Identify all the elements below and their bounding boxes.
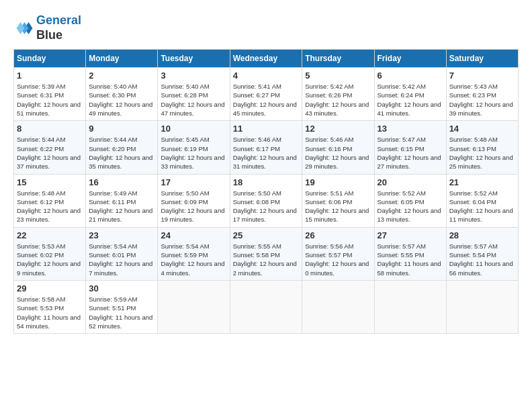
calendar-day-1: 1 Sunrise: 5:39 AM Sunset: 6:31 PM Dayli… (14, 68, 86, 121)
day-info: Sunrise: 5:49 AM Sunset: 6:11 PM Dayligh… (89, 189, 154, 224)
day-number: 24 (161, 230, 226, 240)
calendar-day-2: 2 Sunrise: 5:40 AM Sunset: 6:30 PM Dayli… (86, 68, 158, 121)
calendar-day-16: 16 Sunrise: 5:49 AM Sunset: 6:11 PM Dayl… (86, 174, 158, 227)
day-number: 15 (17, 177, 83, 187)
calendar-day-6: 6 Sunrise: 5:42 AM Sunset: 6:24 PM Dayli… (374, 68, 446, 121)
day-number: 5 (305, 71, 371, 81)
calendar-day-8: 8 Sunrise: 5:44 AM Sunset: 6:22 PM Dayli… (14, 121, 86, 174)
calendar-day-15: 15 Sunrise: 5:48 AM Sunset: 6:12 PM Dayl… (14, 174, 86, 227)
day-number: 12 (305, 124, 371, 134)
calendar-day-12: 12 Sunrise: 5:46 AM Sunset: 6:16 PM Dayl… (302, 121, 374, 174)
day-info: Sunrise: 5:46 AM Sunset: 6:17 PM Dayligh… (233, 135, 300, 171)
day-number: 17 (161, 177, 226, 187)
calendar-day-19: 19 Sunrise: 5:51 AM Sunset: 6:06 PM Dayl… (302, 174, 374, 227)
day-info: Sunrise: 5:50 AM Sunset: 6:09 PM Dayligh… (161, 189, 226, 224)
day-number: 13 (378, 124, 443, 134)
day-info: Sunrise: 5:52 AM Sunset: 6:05 PM Dayligh… (378, 189, 443, 224)
calendar-day-10: 10 Sunrise: 5:45 AM Sunset: 6:19 PM Dayl… (158, 121, 230, 174)
calendar-day-9: 9 Sunrise: 5:44 AM Sunset: 6:20 PM Dayli… (86, 121, 158, 174)
calendar-day-30: 30 Sunrise: 5:59 AM Sunset: 5:51 PM Dayl… (86, 280, 158, 333)
day-info: Sunrise: 5:44 AM Sunset: 6:22 PM Dayligh… (17, 135, 83, 171)
day-info: Sunrise: 5:42 AM Sunset: 6:24 PM Dayligh… (378, 82, 443, 118)
calendar-day-17: 17 Sunrise: 5:50 AM Sunset: 6:09 PM Dayl… (158, 174, 230, 227)
calendar-day-27: 27 Sunrise: 5:57 AM Sunset: 5:55 PM Dayl… (374, 227, 446, 280)
weekday-header-saturday: Saturday (446, 50, 518, 68)
day-info: Sunrise: 5:54 AM Sunset: 6:01 PM Dayligh… (89, 242, 154, 277)
calendar-day-20: 20 Sunrise: 5:52 AM Sunset: 6:05 PM Dayl… (374, 174, 446, 227)
logo: General Blue (13, 13, 81, 42)
empty-cell (446, 280, 518, 333)
day-info: Sunrise: 5:40 AM Sunset: 6:30 PM Dayligh… (89, 82, 154, 118)
empty-cell (374, 280, 446, 333)
logo-icon (13, 18, 34, 38)
calendar-day-25: 25 Sunrise: 5:55 AM Sunset: 5:58 PM Dayl… (230, 227, 302, 280)
day-number: 2 (89, 71, 154, 81)
day-info: Sunrise: 5:52 AM Sunset: 6:04 PM Dayligh… (449, 189, 515, 224)
day-number: 26 (305, 230, 371, 240)
day-number: 30 (89, 283, 154, 293)
weekday-header-monday: Monday (86, 50, 158, 68)
calendar-week-5: 29 Sunrise: 5:58 AM Sunset: 5:53 PM Dayl… (14, 280, 519, 333)
day-number: 18 (233, 177, 300, 187)
day-info: Sunrise: 5:41 AM Sunset: 6:27 PM Dayligh… (233, 82, 300, 118)
calendar-week-2: 8 Sunrise: 5:44 AM Sunset: 6:22 PM Dayli… (14, 121, 519, 174)
day-number: 25 (233, 230, 300, 240)
day-number: 23 (89, 230, 154, 240)
day-info: Sunrise: 5:57 AM Sunset: 5:55 PM Dayligh… (378, 242, 443, 277)
day-number: 20 (378, 177, 443, 187)
day-number: 19 (305, 177, 371, 187)
calendar-day-4: 4 Sunrise: 5:41 AM Sunset: 6:27 PM Dayli… (230, 68, 302, 121)
day-info: Sunrise: 5:43 AM Sunset: 6:23 PM Dayligh… (449, 82, 515, 118)
day-info: Sunrise: 5:48 AM Sunset: 6:13 PM Dayligh… (449, 135, 515, 171)
day-info: Sunrise: 5:58 AM Sunset: 5:53 PM Dayligh… (17, 295, 83, 330)
day-info: Sunrise: 5:57 AM Sunset: 5:54 PM Dayligh… (449, 242, 515, 277)
day-number: 9 (89, 124, 154, 134)
day-info: Sunrise: 5:39 AM Sunset: 6:31 PM Dayligh… (17, 82, 83, 118)
day-number: 22 (17, 230, 83, 240)
day-number: 3 (161, 71, 226, 81)
calendar-week-3: 15 Sunrise: 5:48 AM Sunset: 6:12 PM Dayl… (14, 174, 519, 227)
calendar-day-3: 3 Sunrise: 5:40 AM Sunset: 6:28 PM Dayli… (158, 68, 230, 121)
logo-text: General Blue (36, 13, 81, 42)
day-number: 14 (449, 124, 515, 134)
calendar-day-18: 18 Sunrise: 5:50 AM Sunset: 6:08 PM Dayl… (230, 174, 302, 227)
empty-cell (158, 280, 230, 333)
day-number: 16 (89, 177, 154, 187)
day-number: 1 (17, 71, 83, 81)
calendar-day-5: 5 Sunrise: 5:42 AM Sunset: 6:26 PM Dayli… (302, 68, 374, 121)
day-number: 28 (449, 230, 515, 240)
day-number: 21 (449, 177, 515, 187)
day-info: Sunrise: 5:59 AM Sunset: 5:51 PM Dayligh… (89, 295, 154, 330)
day-info: Sunrise: 5:56 AM Sunset: 5:57 PM Dayligh… (305, 242, 371, 277)
day-info: Sunrise: 5:40 AM Sunset: 6:28 PM Dayligh… (161, 82, 226, 118)
weekday-header-wednesday: Wednesday (230, 50, 302, 68)
calendar-week-4: 22 Sunrise: 5:53 AM Sunset: 6:02 PM Dayl… (14, 227, 519, 280)
page-header: General Blue (13, 13, 519, 42)
day-info: Sunrise: 5:45 AM Sunset: 6:19 PM Dayligh… (161, 135, 226, 171)
day-info: Sunrise: 5:50 AM Sunset: 6:08 PM Dayligh… (233, 189, 300, 224)
weekday-header-tuesday: Tuesday (158, 50, 230, 68)
weekday-header-friday: Friday (374, 50, 446, 68)
empty-cell (230, 280, 302, 333)
day-number: 11 (233, 124, 300, 134)
empty-cell (302, 280, 374, 333)
day-number: 10 (161, 124, 226, 134)
day-info: Sunrise: 5:55 AM Sunset: 5:58 PM Dayligh… (233, 242, 300, 277)
calendar-day-14: 14 Sunrise: 5:48 AM Sunset: 6:13 PM Dayl… (446, 121, 518, 174)
day-number: 29 (17, 283, 83, 293)
calendar-week-1: 1 Sunrise: 5:39 AM Sunset: 6:31 PM Dayli… (14, 68, 519, 121)
calendar-day-21: 21 Sunrise: 5:52 AM Sunset: 6:04 PM Dayl… (446, 174, 518, 227)
calendar-table: SundayMondayTuesdayWednesdayThursdayFrid… (13, 49, 519, 334)
day-info: Sunrise: 5:46 AM Sunset: 6:16 PM Dayligh… (305, 135, 371, 171)
day-number: 27 (378, 230, 443, 240)
day-info: Sunrise: 5:53 AM Sunset: 6:02 PM Dayligh… (17, 242, 83, 277)
day-info: Sunrise: 5:47 AM Sunset: 6:15 PM Dayligh… (378, 135, 443, 171)
weekday-header-sunday: Sunday (14, 50, 86, 68)
day-info: Sunrise: 5:44 AM Sunset: 6:20 PM Dayligh… (89, 135, 154, 171)
day-info: Sunrise: 5:51 AM Sunset: 6:06 PM Dayligh… (305, 189, 371, 224)
calendar-day-23: 23 Sunrise: 5:54 AM Sunset: 6:01 PM Dayl… (86, 227, 158, 280)
day-number: 4 (233, 71, 300, 81)
calendar-day-22: 22 Sunrise: 5:53 AM Sunset: 6:02 PM Dayl… (14, 227, 86, 280)
day-info: Sunrise: 5:48 AM Sunset: 6:12 PM Dayligh… (17, 189, 83, 224)
day-info: Sunrise: 5:54 AM Sunset: 5:59 PM Dayligh… (161, 242, 226, 277)
